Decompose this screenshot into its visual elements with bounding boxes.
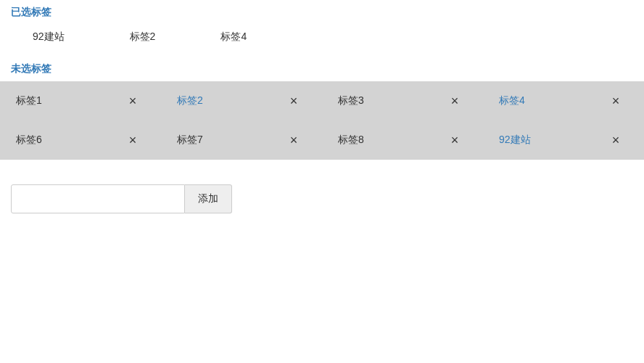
- tag-cell: 标签8 ×: [322, 121, 483, 160]
- close-icon[interactable]: ×: [287, 94, 300, 107]
- tag-cell: 标签3 ×: [322, 81, 483, 121]
- tag-cell: 标签2 ×: [161, 81, 322, 121]
- add-tag-input[interactable]: [11, 184, 185, 213]
- tag-cell: 标签7 ×: [161, 121, 322, 160]
- selected-tag[interactable]: 92建站: [33, 30, 65, 44]
- close-icon[interactable]: ×: [609, 94, 622, 107]
- selected-tags-row: 92建站 标签2 标签4: [0, 25, 644, 57]
- close-icon[interactable]: ×: [287, 134, 300, 147]
- close-icon[interactable]: ×: [448, 134, 461, 147]
- close-icon[interactable]: ×: [609, 134, 622, 147]
- tag-label[interactable]: 标签1: [16, 94, 42, 107]
- add-tag-row: 添加: [11, 184, 644, 213]
- unselected-header: 未选标签: [0, 57, 644, 81]
- tag-cell: 92建站 ×: [483, 121, 644, 160]
- tag-label[interactable]: 标签4: [499, 94, 525, 107]
- tag-label[interactable]: 标签6: [16, 134, 42, 147]
- tag-label[interactable]: 标签3: [338, 94, 364, 107]
- selected-tag[interactable]: 标签2: [130, 30, 156, 44]
- tag-label[interactable]: 标签2: [177, 94, 203, 107]
- close-icon[interactable]: ×: [126, 134, 139, 147]
- close-icon[interactable]: ×: [448, 94, 461, 107]
- tag-cell: 标签1 ×: [0, 81, 161, 121]
- selected-tag[interactable]: 标签4: [220, 30, 247, 44]
- tag-label[interactable]: 92建站: [499, 134, 531, 147]
- tag-label[interactable]: 标签8: [338, 134, 364, 147]
- add-button[interactable]: 添加: [185, 184, 232, 213]
- tag-cell: 标签4 ×: [483, 81, 644, 121]
- unselected-tags-grid: 标签1 × 标签2 × 标签3 × 标签4 × 标签6 × 标签7 × 标签8 …: [0, 81, 644, 160]
- tag-cell: 标签6 ×: [0, 121, 161, 160]
- close-icon[interactable]: ×: [126, 94, 139, 107]
- tag-label[interactable]: 标签7: [177, 134, 203, 147]
- selected-header: 已选标签: [0, 0, 644, 25]
